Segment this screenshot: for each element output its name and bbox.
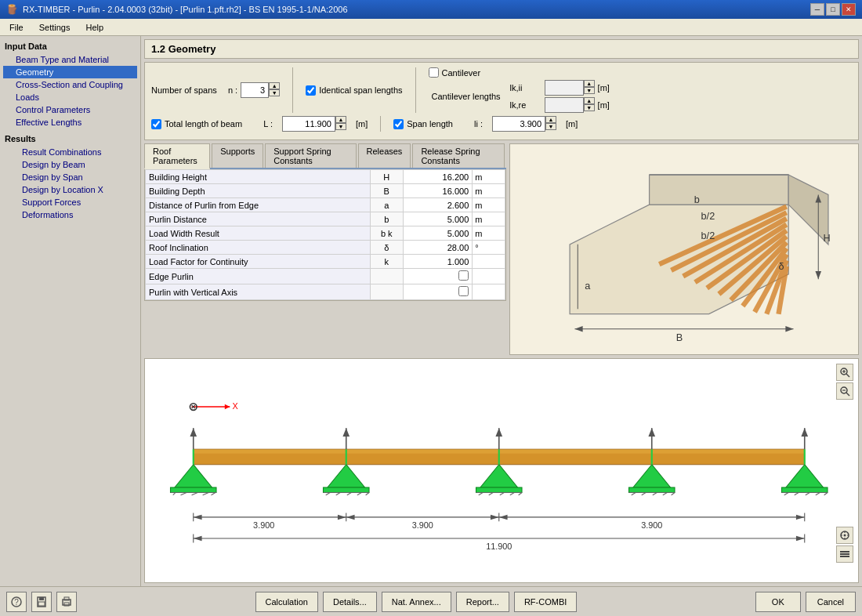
svg-rect-45 xyxy=(840,553,849,555)
svg-text:H: H xyxy=(824,233,831,244)
row-value[interactable] xyxy=(403,284,473,300)
lk-ii-spin-up[interactable]: ▲ xyxy=(584,80,595,87)
settings-view-button[interactable] xyxy=(836,545,853,563)
ok-button[interactable]: OK xyxy=(755,592,801,612)
L-spinner[interactable]: ▲ ▼ xyxy=(335,116,346,132)
zoom-out-button[interactable] xyxy=(836,382,853,400)
sidebar-item-cross-section[interactable]: Cross-Section and Coupling xyxy=(3,78,137,91)
help-button[interactable]: ? xyxy=(6,592,27,612)
n-spin-down[interactable]: ▼ xyxy=(269,89,280,96)
n-spinner[interactable]: ▲ ▼ xyxy=(269,82,280,98)
L-spin-up[interactable]: ▲ xyxy=(335,116,346,123)
details-button[interactable]: Details... xyxy=(323,592,377,612)
print-button[interactable] xyxy=(56,592,77,612)
row-value[interactable]: 5.000 xyxy=(403,212,473,226)
L-input[interactable] xyxy=(282,116,335,132)
tab-support-spring[interactable]: Support Spring Constants xyxy=(265,143,356,168)
sidebar-item-control[interactable]: Control Parameters xyxy=(3,103,137,116)
lk-ii-spinner[interactable]: ▲ ▼ xyxy=(584,80,595,96)
tab-release-spring[interactable]: Release Spring Constants xyxy=(412,143,505,168)
lk-re-input[interactable] xyxy=(545,97,584,113)
li-spin-up[interactable]: ▲ xyxy=(545,116,556,123)
row-unit: m xyxy=(473,184,505,198)
row-sym: H xyxy=(370,170,403,184)
row-sym xyxy=(370,284,403,300)
svg-text:b/2: b/2 xyxy=(701,231,715,242)
row-value[interactable]: 16.200 xyxy=(403,170,473,184)
cancel-button[interactable]: Cancel xyxy=(806,592,856,612)
lk-re-spinner[interactable]: ▲ ▼ xyxy=(584,97,595,113)
tab-roof-parameters[interactable]: Roof Parameters xyxy=(144,143,210,169)
span-length-label: Span length xyxy=(407,119,453,129)
reset-view-button[interactable] xyxy=(836,527,853,544)
li-spin-down[interactable]: ▼ xyxy=(545,123,556,130)
row-unit: m xyxy=(473,198,505,212)
roof-svg: a b b/2 b/2 H xyxy=(510,144,858,354)
row-name: Roof Inclination xyxy=(146,241,371,255)
svg-rect-57 xyxy=(171,487,217,493)
row-value[interactable]: 16.000 xyxy=(403,184,473,198)
close-button[interactable]: ✕ xyxy=(842,3,856,16)
row-value[interactable]: 1.000 xyxy=(403,255,473,269)
menu-help[interactable]: Help xyxy=(79,21,110,34)
report-button[interactable]: Report... xyxy=(456,592,509,612)
L-spin-down[interactable]: ▼ xyxy=(335,123,346,130)
table-row: Building Height H 16.200 m xyxy=(146,170,505,184)
rf-combi-button[interactable]: RF-COMBI xyxy=(514,592,577,612)
sidebar-item-geometry[interactable]: Geometry xyxy=(3,66,137,78)
row-unit xyxy=(473,284,505,300)
tab-releases[interactable]: Releases xyxy=(358,143,411,168)
row-value[interactable]: 28.00 xyxy=(403,241,473,255)
cantilever-checkbox[interactable] xyxy=(429,67,439,78)
row-checkbox[interactable] xyxy=(458,286,469,296)
span-length-checkbox[interactable] xyxy=(393,119,404,129)
sidebar-item-loads[interactable]: Loads xyxy=(3,91,137,103)
n-label: n : xyxy=(228,85,237,95)
maximize-button[interactable]: □ xyxy=(826,3,840,16)
sidebar-item-beam-type[interactable]: Beam Type and Material xyxy=(3,53,137,66)
lk-ii-label: lk,ii xyxy=(510,83,541,92)
tab-supports[interactable]: Supports xyxy=(212,143,263,168)
lk-ii-input[interactable] xyxy=(545,80,584,96)
menu-file[interactable]: File xyxy=(3,21,30,34)
svg-rect-136 xyxy=(39,597,44,600)
row-checkbox[interactable] xyxy=(458,270,469,281)
sidebar-item-effective-lengths[interactable]: Effective Lengths xyxy=(3,116,137,129)
app-icon: 🪵 xyxy=(6,4,18,15)
sidebar-item-design-by-beam[interactable]: Design by Beam xyxy=(3,158,137,171)
lk-re-spin-down[interactable]: ▼ xyxy=(584,104,595,111)
row-unit: m xyxy=(473,226,505,241)
lk-re-spin-up[interactable]: ▲ xyxy=(584,97,595,104)
minimize-button[interactable]: ─ xyxy=(810,3,824,16)
row-value[interactable] xyxy=(403,269,473,284)
svg-text:b: b xyxy=(694,194,700,205)
li-input[interactable] xyxy=(492,116,545,132)
menu-settings[interactable]: Settings xyxy=(33,21,77,34)
row-value[interactable]: 5.000 xyxy=(403,226,473,241)
zoom-in-button[interactable] xyxy=(836,364,853,381)
svg-point-39 xyxy=(844,534,846,537)
row-value[interactable]: 2.600 xyxy=(403,198,473,212)
calculation-button[interactable]: Calculation xyxy=(255,592,318,612)
table-row: Purlin with Vertical Axis xyxy=(146,284,505,300)
li-spinner[interactable]: ▲ ▼ xyxy=(545,116,556,132)
row-unit xyxy=(473,269,505,284)
n-input[interactable] xyxy=(241,82,269,98)
identical-spans-checkbox[interactable] xyxy=(306,85,316,96)
sidebar-item-design-by-span[interactable]: Design by Span xyxy=(3,171,137,183)
row-sym: b xyxy=(370,212,403,226)
n-spin-up[interactable]: ▲ xyxy=(269,82,280,89)
row-sym: δ xyxy=(370,241,403,255)
sidebar-item-design-by-location[interactable]: Design by Location X xyxy=(3,183,137,196)
nat-annex-button[interactable]: Nat. Annex... xyxy=(382,592,451,612)
row-name: Building Height xyxy=(146,170,371,184)
lk-ii-spin-down[interactable]: ▼ xyxy=(584,87,595,94)
save-button[interactable] xyxy=(31,592,52,612)
menu-bar: File Settings Help xyxy=(0,19,862,36)
table-row: Roof Inclination δ 28.00 ° xyxy=(146,241,505,255)
total-length-checkbox[interactable] xyxy=(151,119,161,129)
svg-rect-75 xyxy=(476,487,523,493)
sidebar-item-deformations[interactable]: Deformations xyxy=(3,208,137,221)
sidebar-item-result-combinations[interactable]: Result Combinations xyxy=(3,146,137,158)
sidebar-item-support-forces[interactable]: Support Forces xyxy=(3,196,137,208)
